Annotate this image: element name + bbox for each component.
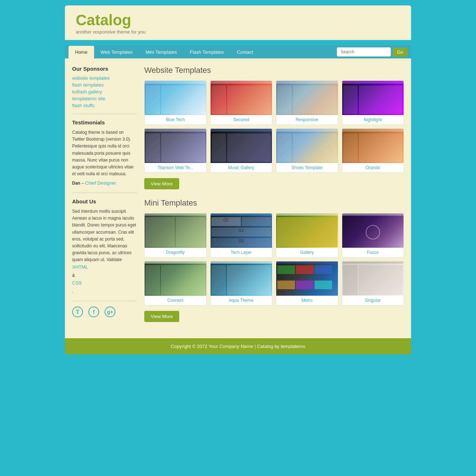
- template-card-connect[interactable]: Connect: [144, 261, 207, 305]
- thumb-nightlight: [342, 81, 404, 115]
- twitter-icon[interactable]: 𝕋: [72, 307, 83, 317]
- search-input[interactable]: [337, 47, 391, 57]
- page-footer: Copyright © 2072 Your Company Name | Cat…: [65, 338, 411, 354]
- about-section: About Us Sed interdum mollis suscipit. A…: [72, 198, 137, 295]
- sponsor-link-3[interactable]: koflash gallery: [72, 89, 137, 94]
- thumb-titanium: [145, 129, 206, 163]
- thumb-focus: [342, 213, 404, 248]
- nav-home[interactable]: Home: [69, 46, 94, 58]
- thumb-dragonfly: [145, 213, 206, 248]
- template-card-blue-tech[interactable]: Blue Tech: [144, 80, 207, 125]
- view-more-website-templates[interactable]: View More: [144, 178, 179, 189]
- template-name-tech-layer: Tech Layer: [211, 248, 272, 257]
- template-card-responsive[interactable]: Responsive: [276, 80, 338, 125]
- template-name-titanium: Titanium Web Te...: [145, 163, 206, 172]
- search-form: Go: [337, 45, 407, 58]
- mini-templates-title: Mini Templates: [144, 198, 404, 208]
- template-name-secured: Secured: [211, 115, 272, 124]
- sponsors-section: Our Sponsors website templates flash tem…: [72, 66, 137, 108]
- about-text: Sed interdum mollis suscipit. Aenean a l…: [72, 208, 137, 295]
- thumb-gallery: [276, 213, 338, 248]
- nav-links: Home Web Templates Mini Templates Flash …: [69, 46, 337, 58]
- template-card-nightlight[interactable]: Nightlight: [342, 80, 404, 125]
- template-card-shoes[interactable]: Shoes Template: [276, 128, 338, 173]
- template-card-aqua[interactable]: Aqua Theme: [210, 261, 273, 305]
- xhtml-link[interactable]: XHTML: [72, 264, 137, 271]
- thumb-shoes: [276, 129, 338, 163]
- sponsor-link-5[interactable]: flash stuffs: [72, 103, 137, 108]
- template-card-music-gallery[interactable]: Music Gallery: [210, 128, 273, 173]
- template-name-aqua: Aqua Theme: [211, 296, 272, 305]
- author-credit: Dan – Chief Designer: [72, 180, 137, 187]
- thumb-music-gallery: [211, 129, 272, 163]
- divider-2: [72, 193, 137, 193]
- testimonials-title: Testimonials: [72, 119, 137, 125]
- template-card-titanium[interactable]: Titanium Web Te...: [144, 128, 207, 173]
- template-card-tech-layer[interactable]: 01 02 03 Tech Layer: [210, 213, 273, 257]
- template-name-music-gallery: Music Gallery: [211, 163, 272, 172]
- content-area: Website Templates Blue Tech: [144, 66, 404, 331]
- sponsors-title: Our Sponsors: [72, 66, 137, 72]
- nav-web-templates[interactable]: Web Templates: [94, 46, 139, 58]
- website-templates-grid: Blue Tech Secured: [144, 80, 404, 173]
- sidebar: Our Sponsors website templates flash tem…: [72, 66, 137, 331]
- css-link[interactable]: CSS: [72, 279, 137, 287]
- sponsor-link-4[interactable]: templatemo site: [72, 96, 137, 101]
- thumb-singular: [342, 261, 404, 296]
- template-card-metro[interactable]: Metro: [276, 261, 338, 305]
- site-subtitle: another responsive theme for you: [76, 29, 400, 35]
- template-card-orando[interactable]: Orando: [342, 128, 404, 173]
- testimonials-text: Catalog theme is based on Twitter Bootst…: [72, 129, 137, 177]
- mini-templates-grid: Dragonfly 01 02 03: [144, 213, 404, 305]
- nav-flash-templates[interactable]: Flash Templates: [183, 46, 230, 58]
- template-name-connect: Connect: [145, 296, 206, 305]
- template-name-dragonfly: Dragonfly: [145, 248, 206, 257]
- template-name-orando: Orando: [342, 163, 404, 172]
- template-name-gallery: Gallery: [276, 248, 338, 257]
- footer-text: Copyright © 2072 Your Company Name | Cat…: [171, 344, 305, 349]
- website-templates-title: Website Templates: [144, 66, 404, 75]
- testimonials-section: Testimonials Catalog theme is based on T…: [72, 119, 137, 187]
- template-name-metro: Metro: [276, 296, 338, 305]
- thumb-connect: [145, 261, 206, 296]
- template-card-focus[interactable]: Focus: [342, 213, 404, 257]
- site-title: Catalog: [76, 13, 400, 28]
- sponsor-link-2[interactable]: flash templates: [72, 82, 137, 88]
- divider-3: [72, 301, 137, 301]
- sponsor-link-1[interactable]: website templates: [72, 75, 137, 81]
- thumb-aqua: [211, 261, 272, 296]
- thumb-metro: [276, 261, 338, 296]
- main-container: Our Sponsors website templates flash tem…: [65, 58, 411, 338]
- template-card-dragonfly[interactable]: Dragonfly: [144, 213, 207, 257]
- nav-contact[interactable]: Contact: [230, 46, 260, 58]
- template-card-singular[interactable]: Singular: [342, 261, 404, 305]
- author-role-link[interactable]: Chief Designer: [85, 180, 116, 186]
- main-nav: Home Web Templates Mini Templates Flash …: [65, 45, 411, 58]
- search-button[interactable]: Go: [393, 48, 407, 57]
- thumb-tech-layer: 01 02 03: [211, 213, 272, 248]
- thumb-secured: [211, 81, 272, 115]
- googleplus-icon[interactable]: g+: [105, 307, 115, 317]
- thumb-orando: [342, 129, 404, 163]
- template-card-gallery[interactable]: Gallery: [276, 213, 338, 257]
- author-name: Dan: [72, 181, 80, 186]
- facebook-icon[interactable]: f: [88, 307, 99, 317]
- view-more-mini-templates[interactable]: View More: [144, 311, 179, 322]
- social-icons: 𝕋 f g+: [72, 307, 137, 317]
- template-name-nightlight: Nightlight: [342, 115, 404, 124]
- template-name-blue-tech: Blue Tech: [145, 115, 206, 124]
- nav-mini-templates[interactable]: Mini Templates: [139, 46, 183, 58]
- thumb-blue-tech: [145, 81, 206, 115]
- template-name-singular: Singular: [342, 296, 404, 305]
- template-name-responsive: Responsive: [276, 115, 338, 124]
- divider-1: [72, 114, 137, 114]
- template-name-shoes: Shoes Template: [276, 163, 338, 172]
- template-name-focus: Focus: [342, 248, 404, 257]
- thumb-responsive: [276, 81, 338, 115]
- about-title: About Us: [72, 198, 137, 204]
- template-card-secured[interactable]: Secured: [210, 80, 273, 125]
